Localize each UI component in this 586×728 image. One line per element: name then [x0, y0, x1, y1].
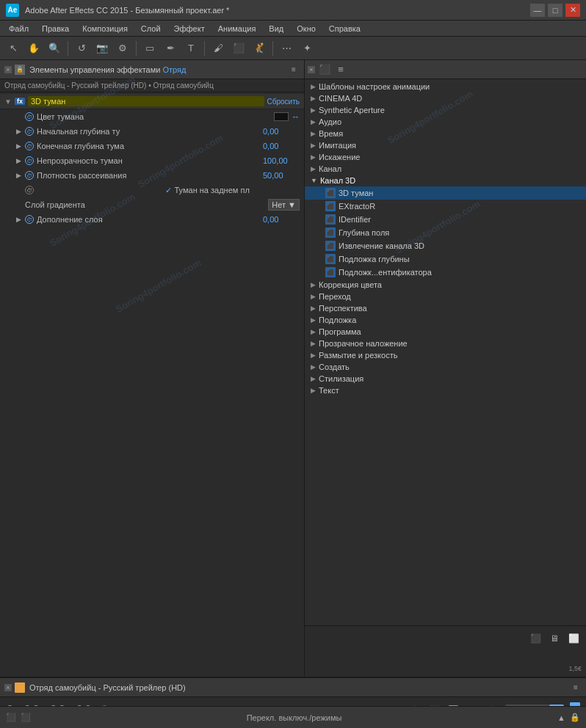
preset-item-identifier[interactable]: ⬛ IDentifier	[305, 213, 586, 226]
panel-close-button[interactable]: ×	[4, 66, 12, 73]
maximize-button[interactable]: □	[548, 4, 563, 17]
select-tool[interactable]: ↖	[4, 40, 22, 57]
preset-item-depth-matte[interactable]: ⬛ Подложка глубины	[305, 252, 586, 266]
panel-menu-button[interactable]: ≡	[288, 64, 300, 76]
preview-ctrl-2[interactable]: 🖥	[546, 630, 563, 647]
preset-item-id-matte[interactable]: ⬛ Подложк...ентификатора	[305, 266, 586, 279]
effects-presets-tree[interactable]: ▶ Шаблоны настроек анимации ▶ CINEMA 4D …	[305, 79, 586, 625]
prop-gradient[interactable]: Слой градиента Нет ▼	[0, 197, 304, 212]
misc-tool-1[interactable]: ⋯	[278, 40, 295, 57]
prop-value-opacity[interactable]: 100,00	[263, 156, 300, 165]
menu-window[interactable]: Окно	[291, 23, 322, 34]
stopwatch-supplement[interactable]: ⏱	[25, 215, 34, 224]
camera-tool[interactable]: 📷	[93, 40, 111, 57]
timeline-close-button[interactable]: ×	[4, 684, 12, 691]
preset-section-perspective[interactable]: ▶ Перспектива	[305, 302, 586, 314]
menu-help[interactable]: Справка	[323, 23, 366, 34]
prop-end-depth[interactable]: ▶ ⏱ Конечная глубина тума 0,00	[0, 139, 304, 153]
prop-expand-density[interactable]: ▶	[15, 172, 22, 179]
menu-effect[interactable]: Эффект	[168, 23, 211, 34]
menu-edit[interactable]: Правка	[36, 23, 75, 34]
prop-value-supplement[interactable]: 0,00	[263, 215, 300, 224]
puppet-tool[interactable]: 🤾	[250, 40, 268, 57]
preset-section-matte[interactable]: ▶ Подложка	[305, 314, 586, 326]
prop-value-start-depth[interactable]: 0,00	[263, 127, 300, 136]
preset-section-utility[interactable]: ▶ Программа	[305, 326, 586, 338]
stopwatch-end-depth[interactable]: ⏱	[25, 142, 34, 150]
brush-tool[interactable]: 🖌	[209, 40, 227, 57]
prop-density[interactable]: ▶ ⏱ Плотность рассеивания 50,00	[0, 168, 304, 183]
menu-view[interactable]: Вид	[263, 23, 289, 34]
prop-expand-end-depth[interactable]: ▶	[15, 142, 22, 150]
prop-expand-supplement[interactable]: ▶	[15, 216, 22, 223]
menu-animation[interactable]: Анимация	[212, 23, 262, 34]
stopwatch-bg-fog[interactable]: ⏱	[25, 186, 34, 194]
prop-expand-opacity[interactable]: ▶	[15, 157, 22, 164]
settings-tool[interactable]: ⚙	[114, 40, 131, 57]
effect-3d-fog-header[interactable]: ▼ fx 3D туман Сбросить	[0, 94, 304, 109]
preset-section-audio[interactable]: ▶ Аудио	[305, 116, 586, 128]
rotate-tool[interactable]: ↺	[73, 40, 90, 57]
preset-section-transition[interactable]: ▶ Переход	[305, 291, 586, 302]
preset-section-text[interactable]: ▶ Текст	[305, 385, 586, 396]
preset-section-generate[interactable]: ▶ Создать	[305, 361, 586, 373]
stopwatch-start-depth[interactable]: ⏱	[25, 127, 34, 136]
pen-tool[interactable]: ✒	[162, 40, 179, 57]
preset-section-stylize[interactable]: ▶ Стилизация	[305, 373, 586, 385]
menu-file[interactable]: Файл	[3, 23, 35, 34]
preset-section-channel3d[interactable]: ▼ Канал 3D	[305, 175, 586, 186]
menu-composition[interactable]: Композиция	[76, 23, 134, 34]
preset-section-simulation[interactable]: ▶ Имитация	[305, 139, 586, 151]
minimize-button[interactable]: —	[530, 4, 545, 17]
section-label-perspective: Перспектива	[319, 304, 367, 313]
close-button[interactable]: ✕	[565, 4, 580, 17]
prop-value-end-depth[interactable]: 0,00	[263, 142, 300, 150]
prop-layer-supplement[interactable]: ▶ ⏱ Дополнение слоя 0,00	[0, 212, 304, 227]
expand-blur-sharpen: ▶	[311, 352, 316, 359]
zoom-tool[interactable]: 🔍	[46, 40, 63, 57]
expand-generate: ▶	[311, 363, 316, 371]
right-panel-icon2[interactable]: ≡	[334, 63, 347, 76]
stopwatch-fog-color[interactable]: ⏱	[25, 112, 34, 121]
preset-section-blur-sharpen[interactable]: ▶ Размытие и резкость	[305, 349, 586, 361]
text-tool[interactable]: T	[182, 40, 200, 57]
right-panel-icon1[interactable]: ⬛	[318, 63, 331, 76]
status-bar: ⬛ ⬛ Перекл. выключ./режимы ▲ 🔒	[0, 706, 586, 728]
misc-tool-2[interactable]: ✦	[298, 40, 316, 57]
effects-list[interactable]: ▼ fx 3D туман Сбросить ⏱ Цвет тумана ↔ ▶…	[0, 92, 304, 677]
dropdown-gradient[interactable]: Нет ▼	[268, 199, 300, 211]
preset-section-color-correction[interactable]: ▶ Коррекция цвета	[305, 279, 586, 291]
preset-section-time[interactable]: ▶ Время	[305, 128, 586, 139]
stopwatch-opacity[interactable]: ⏱	[25, 156, 34, 165]
preset-item-dof[interactable]: ⬛ Глубина поля	[305, 226, 586, 239]
prop-expand-start-depth[interactable]: ▶	[15, 128, 22, 135]
prop-bg-fog[interactable]: ⏱ ✓ Туман на заднем пл	[0, 183, 304, 197]
right-panel-close[interactable]: ×	[308, 66, 315, 73]
preset-section-channel[interactable]: ▶ Канал	[305, 163, 586, 175]
reset-button[interactable]: Сбросить	[267, 98, 300, 106]
preview-ctrl-3[interactable]: ⬜	[565, 630, 582, 647]
rect-tool[interactable]: ▭	[141, 40, 159, 57]
preset-section-cinema4d[interactable]: ▶ CINEMA 4D	[305, 92, 586, 104]
preview-ctrl-1[interactable]: ⬛	[527, 630, 543, 647]
preset-item-extractor[interactable]: ⬛ EXtractoR	[305, 200, 586, 213]
preset-icon-3d-fog: ⬛	[325, 188, 336, 198]
prop-start-depth[interactable]: ▶ ⏱ Начальная глубина ту 0,00	[0, 124, 304, 139]
preset-section-composite[interactable]: ▶ Прозрачное наложение	[305, 338, 586, 349]
preset-item-3dchannel-extract[interactable]: ⬛ Извлечение канала 3D	[305, 239, 586, 252]
stamp-tool[interactable]: ⬛	[230, 40, 247, 57]
prop-fog-color[interactable]: ⏱ Цвет тумана ↔	[0, 109, 304, 124]
prop-opacity[interactable]: ▶ ⏱ Непрозрачность туман 100,00	[0, 153, 304, 168]
effects-control-panel: × 🔒 Элементы управления эффектами Отряд …	[0, 60, 305, 677]
preset-section-synthetic-aperture[interactable]: ▶ Synthetic Aperture	[305, 104, 586, 116]
color-swatch-fog[interactable]	[274, 112, 289, 121]
checkbox-bg-fog[interactable]: ✓	[165, 186, 172, 195]
timeline-menu-button[interactable]: ≡	[570, 682, 582, 694]
preset-item-3d-fog[interactable]: ⬛ 3D туман	[305, 186, 586, 200]
hand-tool[interactable]: ✋	[25, 40, 43, 57]
stopwatch-density[interactable]: ⏱	[25, 171, 34, 180]
menu-layer[interactable]: Слой	[135, 23, 167, 34]
preset-section-distort[interactable]: ▶ Искажение	[305, 151, 586, 163]
preset-section-animation-templates[interactable]: ▶ Шаблоны настроек анимации	[305, 81, 586, 92]
prop-value-density[interactable]: 50,00	[263, 171, 300, 180]
